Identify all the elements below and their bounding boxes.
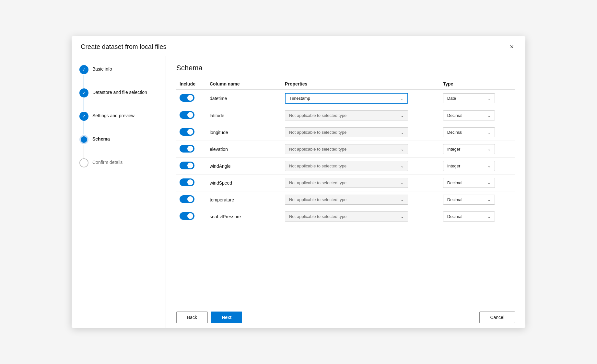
toggle-temperature[interactable] — [180, 195, 194, 203]
cell-properties-windAngle: Not applicable to selected type⌄ — [282, 158, 440, 175]
type-value-elevation: Integer — [447, 147, 460, 152]
col-header-properties: Properties — [282, 79, 440, 89]
properties-value-seaLvlPressure: Not applicable to selected type — [289, 214, 346, 219]
sidebar: Basic info Datastore and file selection — [72, 56, 166, 328]
properties-value-latitude: Not applicable to selected type — [289, 113, 346, 118]
properties-dropdown-latitude[interactable]: Not applicable to selected type⌄ — [285, 110, 408, 120]
cell-properties-latitude: Not applicable to selected type⌄ — [282, 107, 440, 124]
type-dropdown-windAngle[interactable]: Integer⌄ — [443, 161, 495, 171]
properties-value-temperature: Not applicable to selected type — [289, 197, 346, 202]
cell-type-elevation: Integer⌄ — [440, 141, 515, 158]
cancel-button[interactable]: Cancel — [479, 312, 515, 323]
type-value-longitude: Decimal — [447, 130, 462, 135]
chevron-down-icon: ⌄ — [401, 181, 404, 185]
properties-dropdown-seaLvlPressure[interactable]: Not applicable to selected type⌄ — [285, 211, 408, 222]
cell-properties-windSpeed: Not applicable to selected type⌄ — [282, 175, 440, 191]
cell-include-latitude — [176, 107, 206, 124]
table-row: longitudeNot applicable to selected type… — [176, 124, 515, 141]
dialog-body: Basic info Datastore and file selection — [72, 56, 525, 328]
step-connector-1 — [84, 75, 84, 88]
step-datastore: Datastore and file selection — [79, 88, 158, 112]
chevron-down-icon: ⌄ — [487, 113, 491, 118]
step-settings: Settings and preview — [79, 112, 158, 135]
step-circle-confirm — [79, 158, 88, 167]
properties-dropdown-longitude[interactable]: Not applicable to selected type⌄ — [285, 127, 408, 137]
step-label-confirm: Confirm details — [92, 158, 123, 165]
properties-dropdown-temperature[interactable]: Not applicable to selected type⌄ — [285, 195, 408, 205]
properties-value-windSpeed: Not applicable to selected type — [289, 180, 346, 185]
chevron-down-icon: ⌄ — [487, 96, 491, 101]
close-button[interactable]: × — [507, 42, 516, 51]
chevron-down-icon: ⌄ — [487, 130, 491, 135]
toggle-longitude[interactable] — [180, 128, 194, 136]
toggle-windSpeed[interactable] — [180, 178, 194, 186]
chevron-down-icon: ⌄ — [487, 181, 491, 185]
col-header-include: Include — [176, 79, 206, 89]
table-row: seaLvlPressureNot applicable to selected… — [176, 208, 515, 225]
type-dropdown-latitude[interactable]: Decimal⌄ — [443, 110, 495, 120]
col-header-column-name: Column name — [206, 79, 282, 89]
check-icon — [82, 114, 86, 119]
chevron-down-icon: ⌄ — [401, 164, 404, 168]
properties-dropdown-elevation[interactable]: Not applicable to selected type⌄ — [285, 144, 408, 154]
dialog-footer: Back Next Cancel — [166, 307, 525, 328]
type-value-windSpeed: Decimal — [447, 180, 462, 185]
schema-area: Schema Include Column name Properties Ty… — [166, 56, 525, 307]
cell-include-longitude — [176, 124, 206, 141]
step-label-settings: Settings and preview — [92, 112, 135, 118]
chevron-down-icon: ⌄ — [487, 214, 491, 219]
cell-include-seaLvlPressure — [176, 208, 206, 225]
chevron-down-icon: ⌄ — [401, 198, 404, 202]
chevron-down-icon: ⌄ — [401, 214, 404, 219]
schema-title: Schema — [176, 64, 515, 72]
step-circle-basic-info — [79, 65, 88, 74]
cell-column-name-datetime: datetime — [206, 89, 282, 107]
type-value-windAngle: Integer — [447, 164, 460, 168]
properties-value-longitude: Not applicable to selected type — [289, 130, 346, 135]
back-button[interactable]: Back — [176, 312, 208, 323]
toggle-latitude[interactable] — [180, 111, 194, 119]
chevron-down-icon: ⌄ — [487, 198, 491, 202]
type-dropdown-datetime[interactable]: Date⌄ — [443, 93, 495, 103]
properties-value-datetime: Timestamp — [289, 96, 310, 101]
cell-type-datetime: Date⌄ — [440, 89, 515, 107]
table-row: windSpeedNot applicable to selected type… — [176, 175, 515, 191]
cell-properties-datetime: Timestamp⌄ — [282, 89, 440, 107]
chevron-down-icon: ⌄ — [401, 130, 404, 135]
type-dropdown-longitude[interactable]: Decimal⌄ — [443, 127, 495, 137]
cell-type-windAngle: Integer⌄ — [440, 158, 515, 175]
table-row: temperatureNot applicable to selected ty… — [176, 191, 515, 208]
cell-column-name-windAngle: windAngle — [206, 158, 282, 175]
col-header-type: Type — [440, 79, 515, 89]
cell-type-longitude: Decimal⌄ — [440, 124, 515, 141]
cell-include-windSpeed — [176, 175, 206, 191]
type-value-seaLvlPressure: Decimal — [447, 214, 462, 219]
dialog-header: Create dataset from local files × — [72, 36, 525, 56]
step-label-basic-info: Basic info — [92, 65, 112, 72]
type-dropdown-seaLvlPressure[interactable]: Decimal⌄ — [443, 211, 495, 222]
step-connector-2 — [84, 98, 84, 111]
type-dropdown-elevation[interactable]: Integer⌄ — [443, 144, 495, 154]
type-dropdown-temperature[interactable]: Decimal⌄ — [443, 195, 495, 205]
table-row: elevationNot applicable to selected type… — [176, 141, 515, 158]
toggle-seaLvlPressure[interactable] — [180, 212, 194, 220]
toggle-elevation[interactable] — [180, 145, 194, 153]
step-circle-datastore — [79, 88, 88, 97]
properties-dropdown-datetime[interactable]: Timestamp⌄ — [285, 93, 408, 104]
type-value-temperature: Decimal — [447, 197, 462, 202]
check-icon — [82, 90, 86, 96]
type-value-datetime: Date — [447, 96, 456, 101]
cell-type-windSpeed: Decimal⌄ — [440, 175, 515, 191]
properties-value-windAngle: Not applicable to selected type — [289, 164, 346, 168]
properties-dropdown-windSpeed[interactable]: Not applicable to selected type⌄ — [285, 178, 408, 188]
cell-column-name-seaLvlPressure: seaLvlPressure — [206, 208, 282, 225]
cell-include-temperature — [176, 191, 206, 208]
toggle-windAngle[interactable] — [180, 162, 194, 169]
next-button[interactable]: Next — [211, 312, 242, 323]
type-dropdown-windSpeed[interactable]: Decimal⌄ — [443, 178, 495, 188]
toggle-datetime[interactable] — [180, 94, 194, 102]
properties-dropdown-windAngle[interactable]: Not applicable to selected type⌄ — [285, 161, 408, 171]
cell-include-windAngle — [176, 158, 206, 175]
step-circle-schema — [79, 135, 88, 144]
cell-column-name-longitude: longitude — [206, 124, 282, 141]
